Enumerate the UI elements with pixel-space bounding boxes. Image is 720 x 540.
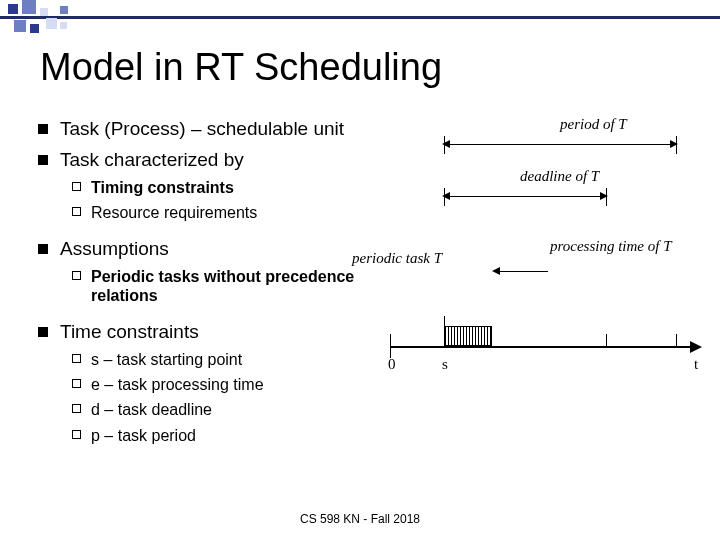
axis-arrowhead-icon [690, 341, 702, 353]
header-decoration [0, 0, 720, 34]
bullet-text: Time constraints [60, 321, 199, 344]
axis-origin-label: 0 [388, 356, 396, 373]
label-processing: processing time of T [550, 238, 672, 255]
subbullet-timing: Timing constraints [72, 178, 368, 197]
bullet-text: Task (Process) – schedulable unit [60, 118, 344, 141]
page-title: Model in RT Scheduling [40, 46, 442, 89]
period-arrow [450, 144, 670, 145]
bullet-text: Periodic tasks without precedence relati… [91, 267, 368, 305]
processing-pointer [500, 271, 548, 272]
bullet-text: Timing constraints [91, 178, 234, 197]
bullet-text: Task characterized by [60, 149, 244, 172]
bullet-text: p – task period [91, 426, 196, 445]
bullet-task-process: Task (Process) – schedulable unit [38, 118, 368, 141]
slide: Model in RT Scheduling Task (Process) – … [0, 0, 720, 540]
hollow-square-icon [72, 404, 81, 413]
square-bullet-icon [38, 155, 48, 165]
hollow-square-icon [72, 271, 81, 280]
subbullet-d: d – task deadline [72, 400, 368, 419]
subbullet-e: e – task processing time [72, 375, 368, 394]
subbullet-resource: Resource requirements [72, 203, 368, 222]
square-bullet-icon [38, 327, 48, 337]
hollow-square-icon [72, 207, 81, 216]
label-deadline: deadline of T [520, 168, 599, 185]
label-task: periodic task T [352, 250, 442, 267]
axis-t-label: t [694, 356, 698, 373]
hollow-square-icon [72, 379, 81, 388]
bullet-content: Task (Process) – schedulable unit Task c… [38, 110, 368, 445]
deadline-arrow [450, 196, 600, 197]
bullet-text: Resource requirements [91, 203, 257, 222]
bullet-text: s – task starting point [91, 350, 242, 369]
footer-text: CS 598 KN - Fall 2018 [0, 512, 720, 526]
subbullet-periodic: Periodic tasks without precedence relati… [72, 267, 368, 305]
square-bullet-icon [38, 244, 48, 254]
hollow-square-icon [72, 354, 81, 363]
time-axis [390, 346, 690, 348]
bullet-text: d – task deadline [91, 400, 212, 419]
label-period: period of T [560, 116, 627, 133]
bullet-time-constraints: Time constraints [38, 321, 368, 344]
square-bullet-icon [38, 124, 48, 134]
bullet-task-char: Task characterized by [38, 149, 368, 172]
bullet-text: Assumptions [60, 238, 169, 261]
subbullet-p: p – task period [72, 426, 368, 445]
bullet-assumptions: Assumptions [38, 238, 368, 261]
axis-s-label: s [442, 356, 448, 373]
bullet-text: e – task processing time [91, 375, 264, 394]
hollow-square-icon [72, 182, 81, 191]
task-box [444, 326, 492, 346]
timing-diagram: period of T deadline of T periodic task … [380, 116, 710, 456]
hollow-square-icon [72, 430, 81, 439]
subbullet-s: s – task starting point [72, 350, 368, 369]
